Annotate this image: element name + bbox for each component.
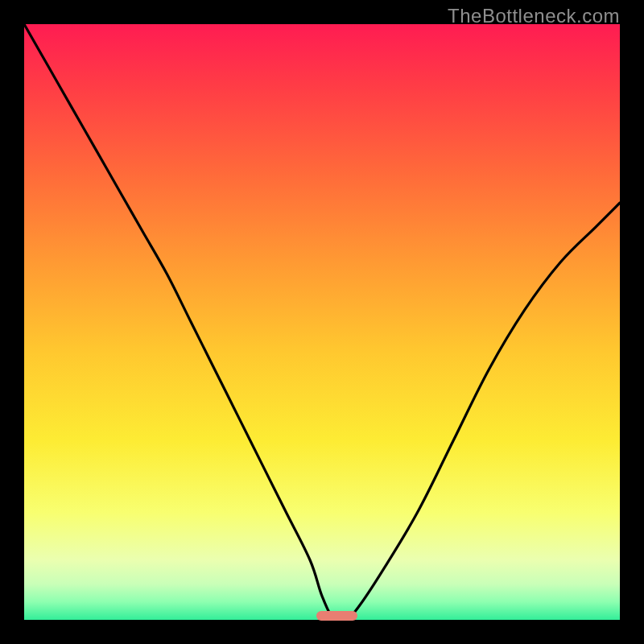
chart-frame: TheBottleneck.com [0,0,644,644]
attribution-text: TheBottleneck.com [448,5,620,27]
optimal-marker [316,611,358,621]
bottleneck-curve [24,24,620,620]
plot-area [24,24,620,620]
